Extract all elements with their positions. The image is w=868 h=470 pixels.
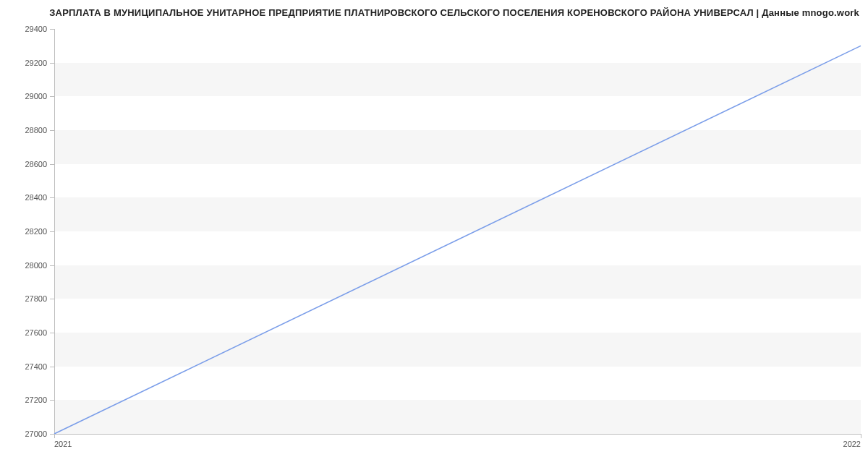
chart-container: ЗАРПЛАТА В МУНИЦИПАЛЬНОЕ УНИТАРНОЕ ПРЕДП… bbox=[0, 0, 868, 470]
salary-line bbox=[54, 46, 861, 434]
y-tick-label: 27800 bbox=[25, 294, 54, 303]
y-tick-label: 29400 bbox=[25, 25, 54, 33]
y-tick-label: 28000 bbox=[25, 261, 54, 270]
chart-title: ЗАРПЛАТА В МУНИЦИПАЛЬНОЕ УНИТАРНОЕ ПРЕДП… bbox=[49, 7, 859, 18]
y-tick-label: 28400 bbox=[25, 193, 54, 202]
y-tick-label: 29200 bbox=[25, 59, 54, 67]
line-series bbox=[54, 29, 861, 434]
y-tick-label: 28600 bbox=[25, 160, 54, 168]
y-tick-label: 28200 bbox=[25, 227, 54, 236]
y-tick-label: 27400 bbox=[25, 362, 54, 371]
x-tick-label: 2022 bbox=[843, 434, 861, 448]
y-tick-label: 28800 bbox=[25, 126, 54, 134]
y-tick-label: 29000 bbox=[25, 92, 54, 101]
x-axis bbox=[54, 434, 861, 435]
x-tick bbox=[861, 434, 861, 438]
y-tick-label: 27600 bbox=[25, 328, 54, 337]
plot-area: 2700027200274002760027800280002820028400… bbox=[54, 29, 861, 434]
y-tick-label: 27000 bbox=[25, 430, 54, 438]
y-tick-label: 27200 bbox=[25, 396, 54, 404]
x-tick-label: 2021 bbox=[54, 434, 72, 448]
